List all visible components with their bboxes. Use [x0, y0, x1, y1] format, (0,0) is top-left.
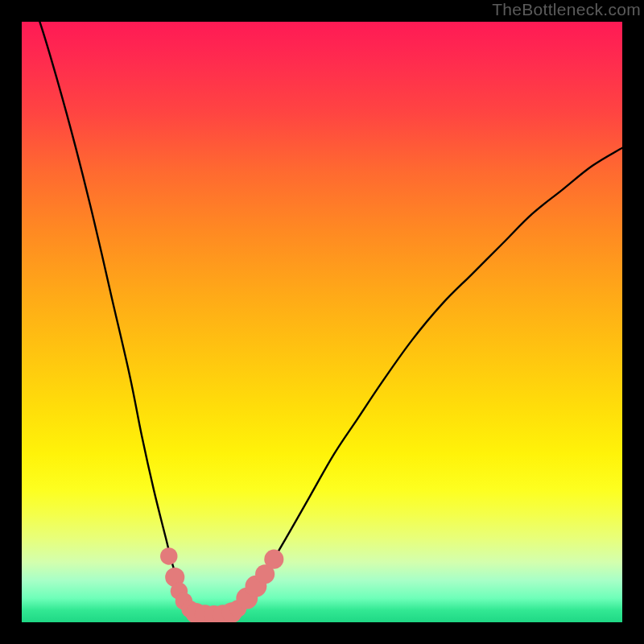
curve-layer — [22, 22, 622, 622]
curve-right-branch — [220, 148, 622, 617]
chart-frame: TheBottleneck.com — [0, 0, 644, 644]
data-marker — [264, 550, 283, 569]
data-marker — [160, 547, 177, 564]
brand-watermark: TheBottleneck.com — [492, 0, 641, 19]
curve-left-branch — [22, 22, 202, 617]
plot-area — [22, 22, 622, 622]
